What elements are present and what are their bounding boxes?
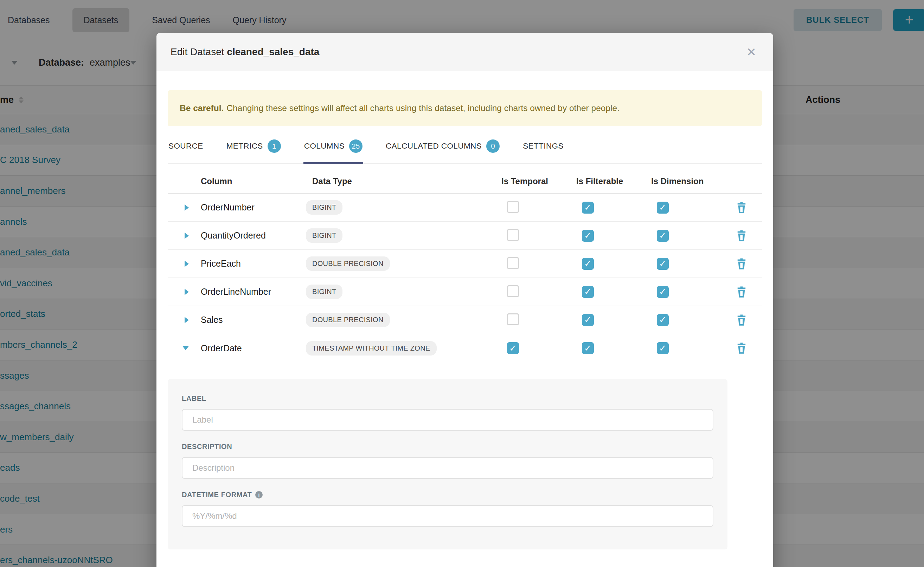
trash-icon[interactable] xyxy=(736,286,747,298)
modal-body: Be careful.Changing these settings will … xyxy=(157,90,773,549)
header-data-type: Data Type xyxy=(301,176,494,186)
columns-table: Column Data Type Is Temporal Is Filterab… xyxy=(168,170,762,362)
description-field-group: DESCRIPTION xyxy=(182,442,713,479)
header-is-filterable: Is Filterable xyxy=(569,176,644,186)
column-name: OrderDate xyxy=(195,343,301,353)
dimension-checkbox[interactable] xyxy=(657,342,669,354)
modal-title-prefix: Edit Dataset xyxy=(170,46,224,57)
modal-dataset-name: cleaned_sales_data xyxy=(227,46,319,57)
tab-source[interactable]: SOURCE xyxy=(168,133,204,164)
tab-columns[interactable]: COLUMNS 25 xyxy=(303,133,363,164)
modal-tabs: SOURCE METRICS 1 COLUMNS 25 CALCULATED C… xyxy=(168,133,762,164)
data-type-pill: BIGINT xyxy=(306,228,342,243)
trash-icon[interactable] xyxy=(736,258,747,270)
data-type-pill: BIGINT xyxy=(306,200,342,214)
tab-label: SETTINGS xyxy=(523,142,564,151)
collapse-caret-icon[interactable] xyxy=(182,346,189,350)
columns-table-header: Column Data Type Is Temporal Is Filterab… xyxy=(168,170,762,194)
filterable-checkbox[interactable] xyxy=(582,314,594,326)
description-input[interactable] xyxy=(182,457,713,479)
column-name: PriceEach xyxy=(195,258,301,269)
datetime-format-label: DATETIME FORMAT xyxy=(182,491,252,499)
temporal-checkbox[interactable] xyxy=(507,229,519,241)
column-row: SalesDOUBLE PRECISION xyxy=(168,306,762,334)
temporal-checkbox[interactable] xyxy=(507,285,519,297)
warning-text: Changing these settings will affect all … xyxy=(226,103,620,113)
trash-icon[interactable] xyxy=(736,314,747,326)
dimension-checkbox[interactable] xyxy=(657,314,669,326)
column-name: OrderNumber xyxy=(195,202,301,213)
column-row: OrderLineNumberBIGINT xyxy=(168,278,762,306)
data-type-pill: TIMESTAMP WITHOUT TIME ZONE xyxy=(306,341,437,356)
tab-label: COLUMNS xyxy=(304,142,345,151)
tab-label: CALCULATED COLUMNS xyxy=(386,142,482,151)
column-row: OrderDateTIMESTAMP WITHOUT TIME ZONE xyxy=(168,334,762,362)
info-icon[interactable]: i xyxy=(255,491,263,498)
tab-label: SOURCE xyxy=(169,142,203,151)
tab-calculated-columns[interactable]: CALCULATED COLUMNS 0 xyxy=(385,133,500,164)
temporal-checkbox[interactable] xyxy=(507,342,519,354)
expand-caret-icon[interactable] xyxy=(185,261,189,267)
dimension-checkbox[interactable] xyxy=(657,258,669,270)
modal-title: Edit Dataset cleaned_sales_data xyxy=(170,46,319,58)
datetime-format-input[interactable] xyxy=(182,505,713,527)
data-type-pill: BIGINT xyxy=(306,285,342,299)
expand-caret-icon[interactable] xyxy=(185,232,189,239)
filterable-checkbox[interactable] xyxy=(582,230,594,242)
filterable-checkbox[interactable] xyxy=(582,342,594,354)
column-row: PriceEachDOUBLE PRECISION xyxy=(168,250,762,278)
expand-caret-icon[interactable] xyxy=(185,204,189,211)
header-is-temporal: Is Temporal xyxy=(494,176,569,186)
filterable-checkbox[interactable] xyxy=(582,202,594,214)
tab-settings[interactable]: SETTINGS xyxy=(522,133,564,164)
tab-badge: 1 xyxy=(268,140,281,153)
filterable-checkbox[interactable] xyxy=(582,286,594,298)
column-row: OrderNumberBIGINT xyxy=(168,194,762,222)
expand-caret-icon[interactable] xyxy=(185,317,189,323)
trash-icon[interactable] xyxy=(736,230,747,242)
trash-icon[interactable] xyxy=(736,202,747,214)
warning-banner: Be careful.Changing these settings will … xyxy=(168,90,762,126)
column-name: Sales xyxy=(195,315,301,325)
header-is-dimension: Is Dimension xyxy=(644,176,721,186)
modal-header: Edit Dataset cleaned_sales_data ✕ xyxy=(157,33,773,71)
data-type-pill: DOUBLE PRECISION xyxy=(306,313,390,327)
edit-dataset-modal: Edit Dataset cleaned_sales_data ✕ Be car… xyxy=(157,33,773,567)
dimension-checkbox[interactable] xyxy=(657,230,669,242)
trash-icon[interactable] xyxy=(736,342,747,354)
temporal-checkbox[interactable] xyxy=(507,201,519,213)
close-icon[interactable]: ✕ xyxy=(746,46,757,58)
description-field-label: DESCRIPTION xyxy=(182,442,713,451)
columns-table-rows: OrderNumberBIGINTQuantityOrderedBIGINTPr… xyxy=(168,194,762,362)
dimension-checkbox[interactable] xyxy=(657,202,669,214)
tab-badge: 25 xyxy=(349,140,363,153)
header-column: Column xyxy=(195,176,301,186)
label-field-label: LABEL xyxy=(182,394,713,403)
temporal-checkbox[interactable] xyxy=(507,257,519,269)
datetime-format-field-group: DATETIME FORMAT i xyxy=(182,491,713,527)
warning-bold: Be careful. xyxy=(180,103,224,113)
column-detail-panel: LABEL DESCRIPTION DATETIME FORMAT i xyxy=(168,379,727,549)
column-row: QuantityOrderedBIGINT xyxy=(168,222,762,250)
tab-metrics[interactable]: METRICS 1 xyxy=(226,133,281,164)
column-name: QuantityOrdered xyxy=(195,231,301,241)
label-field-group: LABEL xyxy=(182,394,713,431)
tab-badge: 0 xyxy=(486,140,500,153)
tab-label: METRICS xyxy=(226,142,263,151)
data-type-pill: DOUBLE PRECISION xyxy=(306,256,390,271)
dimension-checkbox[interactable] xyxy=(657,286,669,298)
expand-caret-icon[interactable] xyxy=(185,289,189,295)
label-input[interactable] xyxy=(182,409,713,431)
temporal-checkbox[interactable] xyxy=(507,314,519,325)
column-name: OrderLineNumber xyxy=(195,286,301,297)
filterable-checkbox[interactable] xyxy=(582,258,594,270)
